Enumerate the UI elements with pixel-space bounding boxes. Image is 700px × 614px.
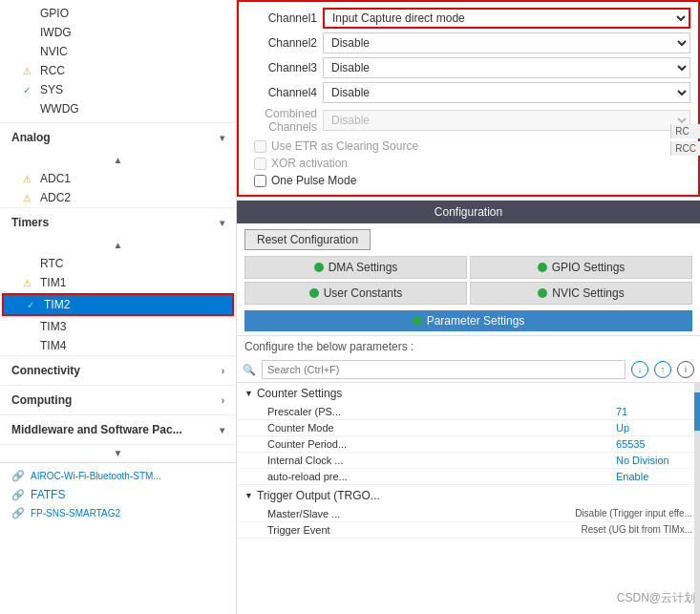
param-row-trigger-event: Trigger Event Reset (UG bit from TIMx... — [237, 522, 700, 539]
warning-icon: ⚠ — [23, 193, 36, 203]
sidebar-item-adc2[interactable]: ⚠ ADC2 — [0, 188, 236, 207]
channel3-row: Channel3 Disable — [246, 57, 690, 78]
filter-alt-icon[interactable]: ↑ — [654, 361, 671, 378]
sidebar-footer-fatfs[interactable]: 🔗 FATFS — [0, 485, 236, 504]
reset-btn-row: Reset Configuration — [237, 223, 700, 256]
search-icon: 🔍 — [243, 364, 256, 376]
xor-row: XOR activation — [246, 155, 690, 172]
sidebar-item-tim3[interactable]: TIM3 — [0, 317, 236, 336]
channel3-select[interactable]: Disable — [323, 57, 690, 78]
timers-header[interactable]: Timers ▾ — [0, 208, 236, 237]
configuration-section: Configuration Reset Configuration DMA Se… — [237, 201, 700, 357]
param-row-auto-reload: auto-reload pre... Enable — [237, 469, 700, 485]
nvic-settings-tab[interactable]: NVIC Settings — [470, 282, 692, 305]
link-icon: 🔗 — [11, 470, 25, 482]
middleware-section: Middleware and Software Pac... ▾ — [0, 415, 236, 445]
warning-icon: ⚠ — [23, 174, 36, 184]
search-input[interactable] — [262, 360, 626, 379]
computing-header[interactable]: Computing › — [0, 386, 236, 414]
rc-badge: RC — [670, 124, 700, 138]
chevron-right-icon: › — [222, 366, 224, 376]
channel1-label: Channel1 — [246, 11, 323, 25]
dma-dot — [314, 263, 324, 272]
channel4-label: Channel4 — [246, 86, 323, 99]
scroll-up-arrow[interactable]: ▲ — [114, 154, 123, 167]
dma-settings-tab[interactable]: DMA Settings — [244, 256, 467, 279]
gpio-settings-tab[interactable]: GPIO Settings — [470, 256, 692, 279]
sidebar-item-iwdg[interactable]: IWDG — [0, 23, 236, 42]
param-row-internal-clock: Internal Clock ... No Division — [237, 453, 700, 469]
channel1-select[interactable]: Input Capture direct mode — [323, 8, 690, 29]
channel1-row: Channel1 Input Capture direct mode — [246, 8, 690, 29]
scroll-up-arrow[interactable]: ▲ — [114, 239, 123, 252]
sidebar-item-rtc[interactable]: RTC — [0, 254, 236, 273]
channel2-label: Channel2 — [246, 36, 323, 50]
scrollbar-thumb[interactable] — [694, 392, 700, 431]
sidebar-footer-fps[interactable]: 🔗 FP-SNS-SMARTAG2 — [0, 504, 236, 522]
warning-icon: ⚠ — [23, 278, 36, 288]
watermark: CSDN@云计划 — [617, 590, 695, 606]
analog-header[interactable]: Analog ▾ — [0, 123, 236, 152]
pulse-label: One Pulse Mode — [271, 174, 356, 187]
channel2-row: Channel2 Disable — [246, 32, 690, 53]
nvic-dot — [538, 288, 547, 298]
xor-label: XOR activation — [271, 157, 348, 170]
combined-channels-row: Combined Channels Disable — [246, 107, 690, 134]
scroll-down-arrow[interactable]: ▼ — [114, 447, 123, 460]
xor-checkbox[interactable] — [254, 158, 266, 170]
chevron-down-icon: ▾ — [220, 218, 224, 228]
timers-section: Timers ▾ ▲ RTC ⚠ TIM1 ✓ TIM2 — [0, 208, 236, 356]
sidebar-item-gpio[interactable]: GPIO — [0, 4, 236, 23]
combined-channels-label: Combined Channels — [246, 107, 323, 134]
connectivity-header[interactable]: Connectivity › — [0, 356, 236, 385]
configure-text: Configure the below parameters : — [237, 335, 700, 357]
parameter-settings-tab[interactable]: Parameter Settings — [244, 310, 692, 331]
etr-checkbox[interactable] — [254, 140, 266, 153]
chevron-down-icon: ▾ — [220, 133, 224, 143]
sidebar-item-tim2[interactable]: ✓ TIM2 — [4, 295, 232, 314]
sidebar-item-wwdg[interactable]: WWDG — [0, 99, 236, 118]
filter-icon[interactable]: ↓ — [631, 361, 648, 378]
chevron-down-icon: ▾ — [220, 425, 224, 435]
param-row-counter-period: Counter Period... 65535 — [237, 436, 700, 453]
counter-settings-group-header[interactable]: ▼ Counter Settings — [237, 383, 700, 404]
sidebar-item-tim4[interactable]: TIM4 — [0, 336, 236, 355]
link-icon: 🔗 — [11, 507, 25, 519]
collapse-triangle-icon: ▼ — [244, 491, 253, 500]
link-icon: 🔗 — [11, 489, 25, 501]
param-row-counter-mode: Counter Mode Up — [237, 420, 700, 436]
pulse-checkbox[interactable] — [254, 175, 266, 187]
channel4-row: Channel4 Disable — [246, 82, 690, 103]
trigger-output-group-header[interactable]: ▼ Trigger Output (TRGO... — [237, 485, 700, 506]
check-icon: ✓ — [27, 300, 40, 310]
info-icon[interactable]: i — [677, 361, 694, 378]
sidebar-item-rcc[interactable]: ⚠ RCC — [0, 61, 236, 80]
connectivity-section: Connectivity › — [0, 356, 236, 386]
sidebar-item-nvic[interactable]: NVIC — [0, 42, 236, 61]
param-tab-row: Parameter Settings — [237, 308, 700, 335]
etr-label: Use ETR as Clearing Source — [271, 139, 418, 153]
collapse-triangle-icon: ▼ — [244, 389, 253, 398]
configuration-header: Configuration — [237, 201, 700, 223]
param-row-master-slave: Master/Slave ... Disable (Trigger input … — [237, 506, 700, 522]
param-row-prescaler: Prescaler (PS... 71 — [237, 404, 700, 420]
channel4-select[interactable]: Disable — [323, 82, 690, 103]
channel2-select[interactable]: Disable — [323, 32, 690, 53]
sidebar-item-sys[interactable]: ✓ SYS — [0, 80, 236, 99]
user-dot — [309, 288, 319, 298]
floating-labels: RC RCC — [670, 124, 700, 156]
sidebar-item-tim1[interactable]: ⚠ TIM1 — [0, 273, 236, 292]
sidebar-footer-airoc[interactable]: 🔗 AIROC-Wi-Fi-Bluetooth-STM... — [0, 467, 236, 485]
user-constants-tab[interactable]: User Constants — [244, 282, 467, 305]
tab-grid: DMA Settings GPIO Settings User Constant… — [237, 256, 700, 308]
rcc-badge: RCC — [670, 141, 700, 156]
parameter-list: ▼ Counter Settings Prescaler (PS... 71 C… — [237, 383, 700, 614]
middleware-header[interactable]: Middleware and Software Pac... ▾ — [0, 415, 236, 444]
sidebar-item-adc1[interactable]: ⚠ ADC1 — [0, 169, 236, 188]
sidebar-footer: 🔗 AIROC-Wi-Fi-Bluetooth-STM... 🔗 FATFS 🔗… — [0, 462, 236, 526]
search-row: 🔍 ↓ ↑ i — [237, 357, 700, 383]
etr-row: Use ETR as Clearing Source — [246, 138, 690, 155]
reset-configuration-button[interactable]: Reset Configuration — [244, 229, 371, 250]
combined-channels-select: Disable — [323, 110, 690, 131]
channel-settings-area: Channel1 Input Capture direct mode Chann… — [237, 0, 700, 197]
